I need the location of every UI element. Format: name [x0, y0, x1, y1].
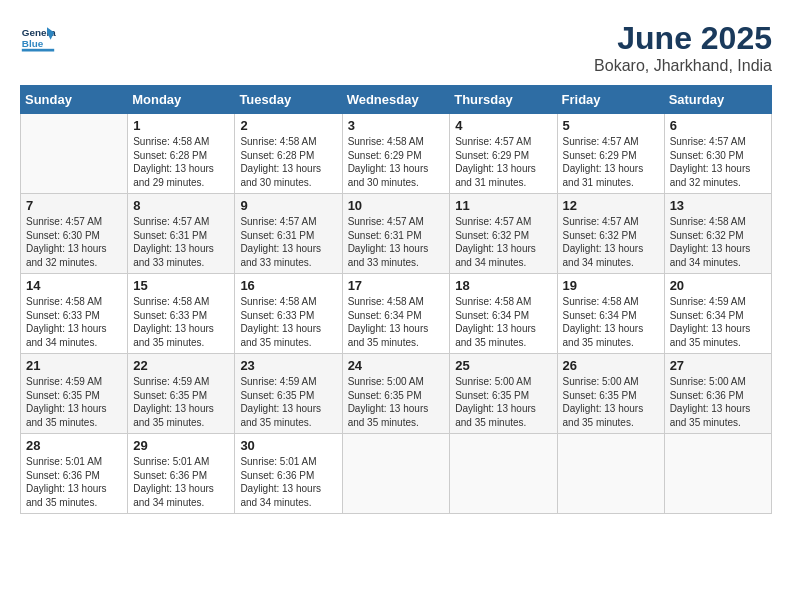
col-saturday: Saturday — [664, 86, 771, 114]
calendar-title: June 2025 — [594, 20, 772, 57]
table-row: 14 Sunrise: 4:58 AMSunset: 6:33 PMDaylig… — [21, 274, 772, 354]
list-item: 28 Sunrise: 5:01 AMSunset: 6:36 PMDaylig… — [21, 434, 128, 514]
list-item: 19 Sunrise: 4:58 AMSunset: 6:34 PMDaylig… — [557, 274, 664, 354]
col-sunday: Sunday — [21, 86, 128, 114]
list-item: 16 Sunrise: 4:58 AMSunset: 6:33 PMDaylig… — [235, 274, 342, 354]
list-item: 11 Sunrise: 4:57 AMSunset: 6:32 PMDaylig… — [450, 194, 557, 274]
empty-cell — [664, 434, 771, 514]
list-item: 23 Sunrise: 4:59 AMSunset: 6:35 PMDaylig… — [235, 354, 342, 434]
calendar-subtitle: Bokaro, Jharkhand, India — [594, 57, 772, 75]
empty-cell — [450, 434, 557, 514]
empty-cell — [342, 434, 450, 514]
list-item: 5 Sunrise: 4:57 AMSunset: 6:29 PMDayligh… — [557, 114, 664, 194]
logo: General Blue — [20, 20, 56, 56]
list-item: 8 Sunrise: 4:57 AMSunset: 6:31 PMDayligh… — [128, 194, 235, 274]
list-item: 20 Sunrise: 4:59 AMSunset: 6:34 PMDaylig… — [664, 274, 771, 354]
col-wednesday: Wednesday — [342, 86, 450, 114]
list-item: 9 Sunrise: 4:57 AMSunset: 6:31 PMDayligh… — [235, 194, 342, 274]
list-item: 3 Sunrise: 4:58 AMSunset: 6:29 PMDayligh… — [342, 114, 450, 194]
list-item: 15 Sunrise: 4:58 AMSunset: 6:33 PMDaylig… — [128, 274, 235, 354]
svg-text:Blue: Blue — [22, 38, 44, 49]
list-item: 1 Sunrise: 4:58 AMSunset: 6:28 PMDayligh… — [128, 114, 235, 194]
calendar-header-row: Sunday Monday Tuesday Wednesday Thursday… — [21, 86, 772, 114]
calendar-table: Sunday Monday Tuesday Wednesday Thursday… — [20, 85, 772, 514]
list-item: 7 Sunrise: 4:57 AMSunset: 6:30 PMDayligh… — [21, 194, 128, 274]
table-row: 7 Sunrise: 4:57 AMSunset: 6:30 PMDayligh… — [21, 194, 772, 274]
logo-icon: General Blue — [20, 20, 56, 56]
empty-cell — [21, 114, 128, 194]
list-item: 17 Sunrise: 4:58 AMSunset: 6:34 PMDaylig… — [342, 274, 450, 354]
list-item: 18 Sunrise: 4:58 AMSunset: 6:34 PMDaylig… — [450, 274, 557, 354]
list-item: 4 Sunrise: 4:57 AMSunset: 6:29 PMDayligh… — [450, 114, 557, 194]
page-header: General Blue June 2025 Bokaro, Jharkhand… — [20, 20, 772, 75]
table-row: 21 Sunrise: 4:59 AMSunset: 6:35 PMDaylig… — [21, 354, 772, 434]
list-item: 26 Sunrise: 5:00 AMSunset: 6:35 PMDaylig… — [557, 354, 664, 434]
svg-rect-4 — [22, 49, 54, 52]
col-tuesday: Tuesday — [235, 86, 342, 114]
list-item: 29 Sunrise: 5:01 AMSunset: 6:36 PMDaylig… — [128, 434, 235, 514]
table-row: 28 Sunrise: 5:01 AMSunset: 6:36 PMDaylig… — [21, 434, 772, 514]
col-monday: Monday — [128, 86, 235, 114]
empty-cell — [557, 434, 664, 514]
list-item: 21 Sunrise: 4:59 AMSunset: 6:35 PMDaylig… — [21, 354, 128, 434]
list-item: 13 Sunrise: 4:58 AMSunset: 6:32 PMDaylig… — [664, 194, 771, 274]
list-item: 6 Sunrise: 4:57 AMSunset: 6:30 PMDayligh… — [664, 114, 771, 194]
list-item: 24 Sunrise: 5:00 AMSunset: 6:35 PMDaylig… — [342, 354, 450, 434]
list-item: 22 Sunrise: 4:59 AMSunset: 6:35 PMDaylig… — [128, 354, 235, 434]
list-item: 27 Sunrise: 5:00 AMSunset: 6:36 PMDaylig… — [664, 354, 771, 434]
table-row: 1 Sunrise: 4:58 AMSunset: 6:28 PMDayligh… — [21, 114, 772, 194]
col-friday: Friday — [557, 86, 664, 114]
list-item: 12 Sunrise: 4:57 AMSunset: 6:32 PMDaylig… — [557, 194, 664, 274]
list-item: 14 Sunrise: 4:58 AMSunset: 6:33 PMDaylig… — [21, 274, 128, 354]
list-item: 2 Sunrise: 4:58 AMSunset: 6:28 PMDayligh… — [235, 114, 342, 194]
col-thursday: Thursday — [450, 86, 557, 114]
list-item: 25 Sunrise: 5:00 AMSunset: 6:35 PMDaylig… — [450, 354, 557, 434]
list-item: 30 Sunrise: 5:01 AMSunset: 6:36 PMDaylig… — [235, 434, 342, 514]
title-block: June 2025 Bokaro, Jharkhand, India — [594, 20, 772, 75]
list-item: 10 Sunrise: 4:57 AMSunset: 6:31 PMDaylig… — [342, 194, 450, 274]
